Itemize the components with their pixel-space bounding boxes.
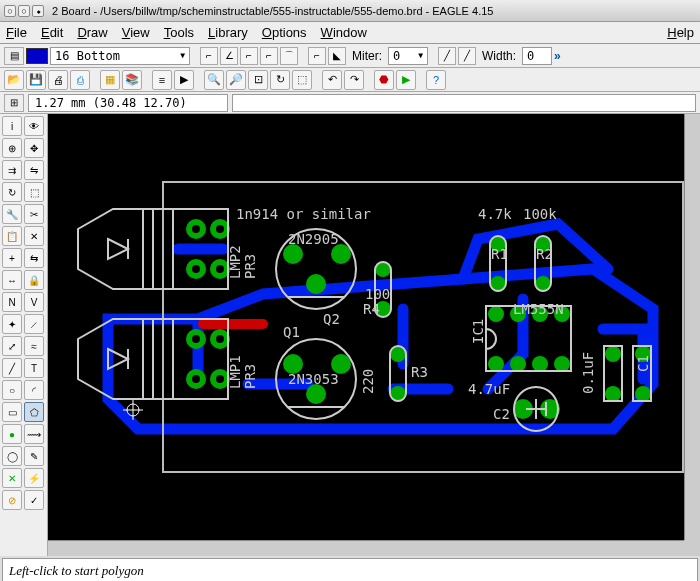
- linestyle-1[interactable]: ╱: [438, 47, 456, 65]
- svg-point-40: [216, 265, 224, 273]
- wirestyle-4[interactable]: ⌐: [260, 47, 278, 65]
- attribute-tool[interactable]: ✎: [24, 446, 44, 466]
- linestyle-2[interactable]: ╱: [458, 47, 476, 65]
- drc-tool[interactable]: ✓: [24, 490, 44, 510]
- menu-window[interactable]: Window: [321, 25, 367, 40]
- miter-input[interactable]: 0 ▼: [388, 47, 428, 65]
- zoom-fit-button[interactable]: ⊡: [248, 70, 268, 90]
- wirestyle-3[interactable]: ⌐: [240, 47, 258, 65]
- horizontal-scrollbar[interactable]: [48, 540, 684, 556]
- undo-button[interactable]: ↶: [322, 70, 342, 90]
- layer-select[interactable]: 16 Bottom ▼: [50, 47, 190, 65]
- run-button[interactable]: ▶: [174, 70, 194, 90]
- text-tool[interactable]: T: [24, 358, 44, 378]
- pinswap-tool[interactable]: ⇆: [24, 248, 44, 268]
- cut-tool[interactable]: ✂: [24, 204, 44, 224]
- canvas[interactable]: 1n914 or similar 2N2905 Q2 Q1 2N3053 LMP…: [48, 114, 700, 556]
- miter-tool[interactable]: ⟋: [24, 314, 44, 334]
- board-button[interactable]: ▦: [100, 70, 120, 90]
- library-button[interactable]: 📚: [122, 70, 142, 90]
- pcb-label: R3: [411, 364, 428, 380]
- rect-tool[interactable]: ▭: [2, 402, 22, 422]
- mark-tool[interactable]: ⊕: [2, 138, 22, 158]
- optimize-tool[interactable]: ≈: [24, 336, 44, 356]
- add-tool[interactable]: +: [2, 248, 22, 268]
- erc-tool[interactable]: ⊘: [2, 490, 22, 510]
- zoom-in-button[interactable]: 🔍: [204, 70, 224, 90]
- svg-point-9: [283, 244, 303, 264]
- auto-tool[interactable]: ⚡: [24, 468, 44, 488]
- tool-palette: i👁 ⊕✥ ⇉⇋ ↻⬚ 🔧✂ 📋✕ +⇆ ↔🔒 NV ✦⟋ ⤢≈ ╱T ○◜ ▭…: [0, 114, 48, 556]
- width-input[interactable]: 0: [522, 47, 552, 65]
- menu-edit[interactable]: Edit: [41, 25, 63, 40]
- value-tool[interactable]: V: [24, 292, 44, 312]
- wirestyle-2[interactable]: ∠: [220, 47, 238, 65]
- group-tool[interactable]: ⬚: [24, 182, 44, 202]
- lock-tool[interactable]: 🔒: [24, 270, 44, 290]
- maximize-button[interactable]: ⬥: [32, 5, 44, 17]
- menu-options[interactable]: Options: [262, 25, 307, 40]
- svg-point-23: [488, 306, 504, 322]
- split-tool[interactable]: ⤢: [2, 336, 22, 356]
- menu-library[interactable]: Library: [208, 25, 248, 40]
- menu-draw[interactable]: Draw: [77, 25, 107, 40]
- smash-tool[interactable]: ✦: [2, 314, 22, 334]
- circle-tool[interactable]: ○: [2, 380, 22, 400]
- save-button[interactable]: 💾: [26, 70, 46, 90]
- menu-file[interactable]: File: [6, 25, 27, 40]
- pcb-label: LMP2: [227, 245, 243, 279]
- redo-button[interactable]: ↷: [344, 70, 364, 90]
- info-tool[interactable]: i: [2, 116, 22, 136]
- display-tool[interactable]: 👁: [24, 116, 44, 136]
- svg-point-38: [216, 225, 224, 233]
- zoom-select-button[interactable]: ⬚: [292, 70, 312, 90]
- coord-row: ⊞ 1.27 mm (30.48 12.70): [0, 92, 700, 114]
- script-button[interactable]: ≡: [152, 70, 172, 90]
- more-icon[interactable]: »: [554, 49, 561, 63]
- menu-help[interactable]: Help: [667, 25, 694, 40]
- arc-tool[interactable]: ◜: [24, 380, 44, 400]
- ratsnest-tool[interactable]: ✕: [2, 468, 22, 488]
- layer-color-swatch[interactable]: [26, 48, 48, 64]
- cornerstyle-2[interactable]: ◣: [328, 47, 346, 65]
- sysmenu-icon[interactable]: ○: [4, 5, 16, 17]
- command-input[interactable]: [232, 94, 696, 112]
- svg-point-33: [605, 346, 621, 362]
- vertical-scrollbar[interactable]: [684, 114, 700, 540]
- grid-button[interactable]: ⊞: [4, 94, 24, 112]
- signal-tool[interactable]: ⟿: [24, 424, 44, 444]
- wirestyle-5[interactable]: ⌒: [280, 47, 298, 65]
- header-toolbar: 📂 💾 🖨 ⎙ ▦ 📚 ≡ ▶ 🔍 🔎 ⊡ ↻ ⬚ ↶ ↷ ⬣ ▶ ?: [0, 68, 700, 92]
- open-button[interactable]: 📂: [4, 70, 24, 90]
- cornerstyle-1[interactable]: ⌐: [308, 47, 326, 65]
- menubar: File Edit Draw View Tools Library Option…: [0, 22, 700, 44]
- param-menu-icon[interactable]: ▤: [4, 47, 24, 65]
- zoom-redraw-button[interactable]: ↻: [270, 70, 290, 90]
- minimize-button[interactable]: ○: [18, 5, 30, 17]
- print-button[interactable]: 🖨: [48, 70, 68, 90]
- mirror-tool[interactable]: ⇋: [24, 160, 44, 180]
- wire-tool[interactable]: ╱: [2, 358, 22, 378]
- menu-tools[interactable]: Tools: [164, 25, 194, 40]
- via-tool[interactable]: ●: [2, 424, 22, 444]
- move-tool[interactable]: ✥: [24, 138, 44, 158]
- paste-tool[interactable]: 📋: [2, 226, 22, 246]
- delete-tool[interactable]: ✕: [24, 226, 44, 246]
- rotate-tool[interactable]: ↻: [2, 182, 22, 202]
- menu-view[interactable]: View: [122, 25, 150, 40]
- window-title: 2 Board - /Users/billw/tmp/scheminstruct…: [52, 5, 696, 17]
- layer-select-label: 16 Bottom: [55, 49, 120, 63]
- go-button[interactable]: ▶: [396, 70, 416, 90]
- cam-button[interactable]: ⎙: [70, 70, 90, 90]
- stop-button[interactable]: ⬣: [374, 70, 394, 90]
- zoom-out-button[interactable]: 🔎: [226, 70, 246, 90]
- copy-tool[interactable]: ⇉: [2, 160, 22, 180]
- name-tool[interactable]: N: [2, 292, 22, 312]
- change-tool[interactable]: 🔧: [2, 204, 22, 224]
- polygon-tool[interactable]: ⬠: [24, 402, 44, 422]
- hole-tool[interactable]: ◯: [2, 446, 22, 466]
- help-button[interactable]: ?: [426, 70, 446, 90]
- wirestyle-1[interactable]: ⌐: [200, 47, 218, 65]
- replace-tool[interactable]: ↔: [2, 270, 22, 290]
- status-bar: Left-click to start polygon: [2, 558, 698, 581]
